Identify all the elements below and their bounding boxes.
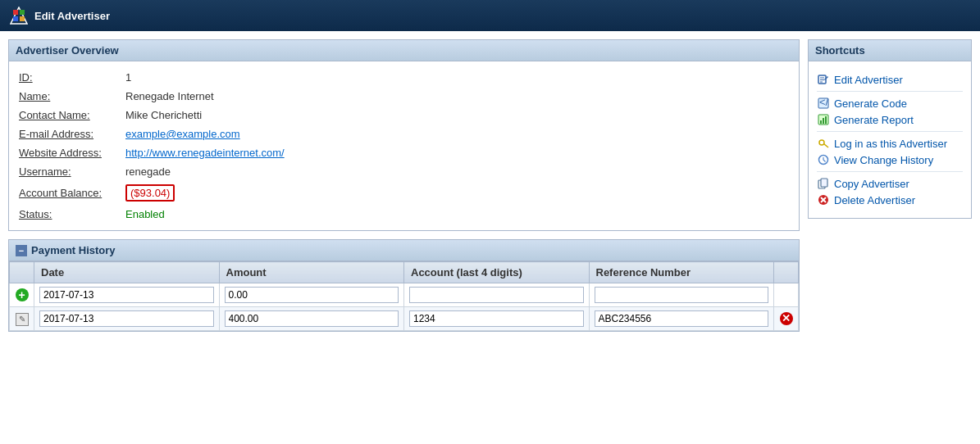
row1-reference-cell bbox=[589, 283, 774, 307]
row2-account-cell bbox=[404, 307, 590, 331]
label-contact: Contact Name: bbox=[19, 109, 125, 121]
shortcut-change-history[interactable]: View Change History bbox=[817, 152, 963, 168]
col-date: Date bbox=[34, 262, 220, 283]
page-title: Edit Advertiser bbox=[34, 10, 110, 22]
field-row-website: Website Address: http://www.renegadeinte… bbox=[19, 143, 789, 162]
shortcuts-title: Shortcuts bbox=[815, 44, 865, 57]
svg-rect-15 bbox=[825, 116, 827, 124]
table-row: + bbox=[10, 283, 799, 307]
shortcut-login-as-advertiser[interactable]: Log in as this Advertiser bbox=[817, 135, 963, 152]
left-panel: Advertiser Overview ID: 1 Name: Renegade… bbox=[8, 39, 800, 332]
field-row-balance: Account Balance: ($93.04) bbox=[19, 181, 789, 205]
report-shortcut-icon bbox=[817, 113, 830, 126]
overview-title: Advertiser Overview bbox=[16, 44, 119, 57]
row2-date-input[interactable] bbox=[39, 310, 214, 327]
row2-date-cell bbox=[34, 307, 220, 331]
row2-amount-cell bbox=[219, 307, 404, 331]
label-status: Status: bbox=[19, 208, 125, 220]
svg-rect-13 bbox=[820, 120, 822, 124]
shortcut-edit-advertiser-label: Edit Advertiser bbox=[834, 74, 903, 86]
row2-icon-cell: ✎ bbox=[10, 307, 34, 331]
label-email: E-mail Address: bbox=[19, 128, 125, 140]
row1-account-cell bbox=[404, 283, 590, 307]
shortcut-generate-code-label: Generate Code bbox=[834, 97, 907, 110]
svg-rect-4 bbox=[20, 16, 25, 21]
collapse-toggle[interactable]: − bbox=[16, 245, 27, 256]
row2-delete-cell: ✕ bbox=[774, 307, 799, 331]
edit-row-icon[interactable]: ✎ bbox=[16, 313, 29, 326]
shortcut-generate-code[interactable]: </> Generate Code bbox=[817, 95, 963, 111]
shortcut-login-label: Log in as this Advertiser bbox=[834, 138, 947, 150]
row1-amount-cell bbox=[219, 283, 404, 307]
payment-table: Date Amount Account (last 4 digits) Refe… bbox=[9, 261, 799, 331]
payment-content: Date Amount Account (last 4 digits) Refe… bbox=[8, 261, 800, 332]
shortcut-edit-advertiser[interactable]: Edit Advertiser bbox=[817, 71, 963, 88]
value-balance: ($93.04) bbox=[125, 184, 175, 202]
row2-reference-input[interactable] bbox=[595, 310, 769, 327]
overview-content: ID: 1 Name: Renegade Internet Contact Na… bbox=[8, 61, 800, 231]
value-id: 1 bbox=[125, 71, 131, 84]
field-row-status: Status: Enabled bbox=[19, 205, 789, 224]
field-row-id: ID: 1 bbox=[19, 68, 789, 87]
col-delete bbox=[774, 262, 799, 283]
key-shortcut-icon bbox=[817, 137, 830, 150]
row1-date-cell bbox=[34, 283, 220, 307]
table-row: ✎ bbox=[10, 307, 799, 331]
svg-line-18 bbox=[826, 145, 827, 146]
shortcut-group-4: Copy Advertiser Delete Advertiser bbox=[817, 172, 963, 211]
shortcut-history-label: View Change History bbox=[834, 154, 933, 166]
label-name: Name: bbox=[19, 90, 125, 102]
code-shortcut-icon: </> bbox=[817, 97, 830, 110]
delete-row-icon[interactable]: ✕ bbox=[780, 312, 793, 325]
add-row-icon[interactable]: + bbox=[16, 288, 29, 301]
shortcut-copy-advertiser[interactable]: Copy Advertiser bbox=[817, 175, 963, 192]
row1-reference-input[interactable] bbox=[595, 287, 769, 303]
label-website: Website Address: bbox=[19, 147, 125, 159]
row1-date-input[interactable] bbox=[39, 287, 214, 303]
col-icon bbox=[10, 262, 34, 283]
shortcuts-box: Shortcuts bbox=[808, 39, 972, 219]
row2-account-input[interactable] bbox=[409, 310, 584, 327]
shortcut-group-1: Edit Advertiser bbox=[817, 68, 963, 92]
col-reference: Reference Number bbox=[589, 262, 774, 283]
copy-shortcut-icon bbox=[817, 177, 830, 190]
shortcut-generate-report[interactable]: Generate Report bbox=[817, 111, 963, 128]
row2-amount-input[interactable] bbox=[225, 310, 399, 327]
col-account: Account (last 4 digits) bbox=[404, 262, 590, 283]
svg-rect-1 bbox=[13, 10, 18, 15]
field-row-contact: Contact Name: Mike Cherichetti bbox=[19, 106, 789, 125]
label-username: Username: bbox=[19, 165, 125, 178]
shortcuts-content: Edit Advertiser </> Generate Code bbox=[809, 61, 971, 218]
svg-rect-3 bbox=[13, 16, 18, 21]
value-contact: Mike Cherichetti bbox=[125, 109, 202, 121]
shortcuts-header: Shortcuts bbox=[809, 40, 971, 61]
svg-rect-2 bbox=[20, 10, 25, 15]
value-username: renegade bbox=[125, 165, 171, 178]
payment-section-header: − Payment History bbox=[8, 239, 800, 261]
row1-amount-input[interactable] bbox=[225, 287, 399, 303]
row1-account-input[interactable] bbox=[409, 287, 584, 303]
field-row-username: Username: renegade bbox=[19, 162, 789, 181]
table-header-row: Date Amount Account (last 4 digits) Refe… bbox=[10, 262, 799, 283]
overview-section-header: Advertiser Overview bbox=[8, 39, 800, 61]
row2-reference-cell bbox=[589, 307, 774, 331]
shortcut-delete-advertiser[interactable]: Delete Advertiser bbox=[817, 192, 963, 208]
right-panel: Shortcuts bbox=[808, 39, 972, 332]
value-status: Enabled bbox=[125, 208, 165, 220]
value-website[interactable]: http://www.renegadeinternet.com/ bbox=[125, 147, 285, 159]
title-bar: Edit Advertiser bbox=[0, 0, 980, 31]
row1-delete-cell bbox=[774, 283, 799, 307]
value-email[interactable]: example@example.com bbox=[125, 128, 240, 140]
field-row-name: Name: Renegade Internet bbox=[19, 87, 789, 106]
svg-text:</>: </> bbox=[819, 97, 829, 108]
shortcut-copy-label: Copy Advertiser bbox=[834, 178, 909, 190]
svg-rect-14 bbox=[823, 118, 824, 124]
history-shortcut-icon bbox=[817, 153, 830, 166]
shortcut-generate-report-label: Generate Report bbox=[834, 114, 914, 126]
shortcut-group-3: Log in as this Advertiser View Change Hi… bbox=[817, 132, 963, 172]
app-logo-icon bbox=[10, 7, 28, 25]
field-row-email: E-mail Address: example@example.com bbox=[19, 125, 789, 143]
label-balance: Account Balance: bbox=[19, 187, 125, 199]
advertiser-overview-section: Advertiser Overview ID: 1 Name: Renegade… bbox=[8, 39, 800, 231]
svg-rect-21 bbox=[821, 179, 827, 187]
